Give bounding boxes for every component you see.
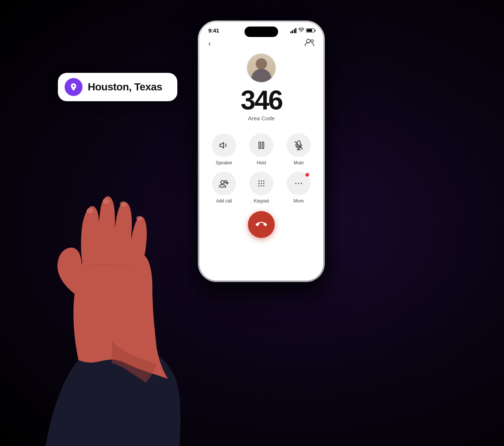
mute-button[interactable] bbox=[287, 133, 311, 157]
pin-icon bbox=[69, 83, 78, 92]
svg-point-22 bbox=[301, 183, 302, 184]
contact-icon bbox=[305, 38, 314, 49]
contact-section: 346 Area Code bbox=[199, 50, 323, 127]
svg-point-18 bbox=[261, 185, 262, 186]
keypad-label: Keypad bbox=[254, 198, 269, 204]
more-control[interactable]: More bbox=[281, 171, 316, 204]
svg-point-25 bbox=[103, 199, 109, 204]
svg-marker-3 bbox=[220, 142, 224, 148]
status-time: 9:41 bbox=[208, 27, 219, 34]
more-label: More bbox=[293, 198, 304, 204]
svg-point-0 bbox=[301, 32, 302, 32]
svg-point-19 bbox=[263, 185, 264, 186]
svg-rect-5 bbox=[262, 142, 264, 148]
add-call-control[interactable]: Add call bbox=[207, 171, 241, 204]
svg-point-27 bbox=[136, 216, 142, 220]
hold-control[interactable]: Hold bbox=[244, 133, 279, 165]
phone-frame: 9:41 bbox=[198, 21, 325, 282]
area-code-number: 346 bbox=[240, 87, 282, 114]
status-icons bbox=[290, 28, 315, 33]
avatar bbox=[246, 53, 276, 83]
speaker-button[interactable] bbox=[212, 133, 236, 157]
location-text: Houston, Texas bbox=[88, 81, 162, 93]
svg-point-11 bbox=[258, 180, 259, 182]
svg-rect-4 bbox=[259, 142, 261, 148]
svg-point-24 bbox=[87, 208, 93, 213]
phone-wrapper: 9:41 bbox=[198, 21, 325, 282]
end-call-button[interactable] bbox=[248, 211, 275, 238]
back-button[interactable]: ‹ bbox=[208, 39, 211, 48]
mute-control[interactable]: Mute bbox=[281, 133, 316, 165]
phone-screen: 9:41 bbox=[199, 22, 323, 281]
add-call-button[interactable] bbox=[212, 171, 236, 195]
hold-button[interactable] bbox=[249, 133, 273, 157]
svg-point-17 bbox=[258, 185, 259, 186]
keypad-icon bbox=[256, 179, 266, 188]
svg-point-13 bbox=[263, 180, 264, 182]
svg-point-14 bbox=[258, 183, 259, 184]
avatar-person bbox=[247, 54, 276, 82]
speaker-label: Speaker bbox=[216, 160, 233, 165]
end-call-section bbox=[199, 204, 323, 244]
mute-label: Mute bbox=[294, 160, 304, 165]
nav-bar: ‹ bbox=[199, 35, 323, 50]
svg-point-21 bbox=[298, 183, 299, 184]
more-button[interactable] bbox=[287, 171, 311, 195]
location-icon bbox=[65, 78, 83, 96]
wifi-icon bbox=[298, 28, 304, 33]
speaker-control[interactable]: Speaker bbox=[207, 133, 241, 165]
end-call-icon bbox=[256, 219, 267, 230]
dynamic-island bbox=[245, 27, 278, 37]
signal-bars-icon bbox=[290, 28, 297, 33]
hold-label: Hold bbox=[257, 160, 266, 165]
svg-point-2 bbox=[311, 40, 314, 43]
add-user-icon bbox=[219, 179, 229, 188]
mute-icon bbox=[294, 140, 304, 150]
svg-point-20 bbox=[295, 183, 296, 184]
svg-point-16 bbox=[263, 183, 264, 184]
location-pill: Houston, Texas bbox=[58, 73, 177, 101]
more-icon bbox=[294, 179, 304, 188]
keypad-button[interactable] bbox=[249, 171, 273, 195]
battery-icon bbox=[306, 28, 314, 32]
add-call-label: Add call bbox=[216, 198, 232, 204]
controls-grid: Speaker Hold bbox=[199, 127, 323, 204]
speaker-icon bbox=[219, 140, 229, 150]
area-code-label: Area Code bbox=[248, 115, 275, 121]
notification-dot bbox=[305, 173, 309, 177]
svg-point-15 bbox=[261, 183, 262, 184]
pause-icon bbox=[256, 140, 266, 150]
keypad-control[interactable]: Keypad bbox=[244, 171, 279, 204]
svg-point-26 bbox=[120, 201, 127, 207]
svg-point-12 bbox=[261, 180, 262, 182]
